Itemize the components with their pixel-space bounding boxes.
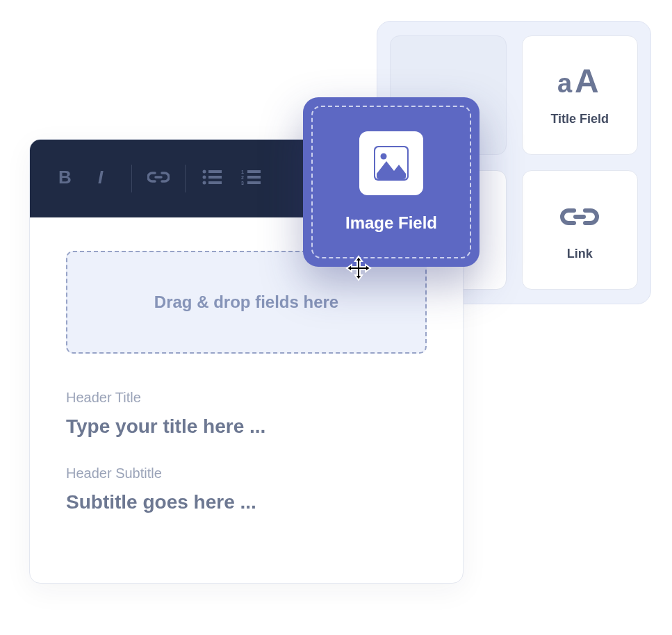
- field-label: Header Subtitle: [66, 465, 427, 481]
- field-label: Header Title: [66, 390, 427, 406]
- numbered-list-icon: 1 2 3: [241, 170, 261, 188]
- link-icon: [147, 171, 170, 186]
- palette-tile-link[interactable]: Link: [522, 170, 639, 290]
- toolbar-divider: [185, 165, 186, 192]
- bold-icon: B: [58, 168, 74, 189]
- link-button[interactable]: [142, 162, 175, 195]
- palette-tile-title[interactable]: a A Title Field: [522, 35, 639, 155]
- ordered-list-button[interactable]: 1 2 3: [234, 162, 268, 195]
- title-field-icon: a A: [557, 65, 602, 99]
- svg-text:1: 1: [241, 170, 244, 174]
- bold-button[interactable]: B: [49, 162, 83, 195]
- field-header-title: Header Title Type your title here ...: [66, 390, 427, 438]
- svg-point-24: [381, 154, 387, 160]
- palette-tile-label: Link: [567, 247, 593, 261]
- dragging-image-field[interactable]: Image Field: [303, 97, 480, 267]
- svg-point-8: [203, 170, 206, 174]
- link-icon: [560, 199, 599, 234]
- subtitle-input[interactable]: Subtitle goes here ...: [66, 491, 427, 513]
- svg-rect-13: [208, 181, 222, 184]
- field-header-subtitle: Header Subtitle Subtitle goes here ...: [66, 465, 427, 513]
- svg-text:3: 3: [241, 181, 244, 185]
- unordered-list-button[interactable]: [195, 162, 229, 195]
- italic-button[interactable]: I: [88, 162, 122, 195]
- svg-rect-19: [247, 181, 261, 184]
- svg-point-10: [203, 176, 206, 179]
- drop-zone-text: Drag & drop fields here: [154, 292, 338, 312]
- svg-rect-11: [208, 176, 222, 179]
- svg-text:A: A: [575, 66, 599, 98]
- toolbar-divider: [131, 165, 132, 192]
- svg-rect-17: [247, 176, 261, 179]
- editor-body: Drag & drop fields here Header Title Typ…: [30, 217, 463, 583]
- italic-icon: I: [98, 168, 112, 189]
- drag-item-label: Image Field: [345, 213, 437, 233]
- svg-text:I: I: [98, 168, 104, 186]
- svg-text:B: B: [58, 168, 72, 186]
- svg-text:2: 2: [241, 175, 244, 180]
- image-field-icon: [359, 131, 423, 195]
- svg-rect-15: [247, 170, 261, 173]
- svg-rect-9: [208, 170, 222, 173]
- move-cursor-icon: [345, 254, 372, 282]
- svg-text:a: a: [557, 69, 573, 98]
- bullet-list-icon: [202, 170, 222, 188]
- title-input[interactable]: Type your title here ...: [66, 415, 427, 438]
- palette-tile-label: Title Field: [550, 112, 609, 126]
- svg-point-12: [203, 181, 206, 185]
